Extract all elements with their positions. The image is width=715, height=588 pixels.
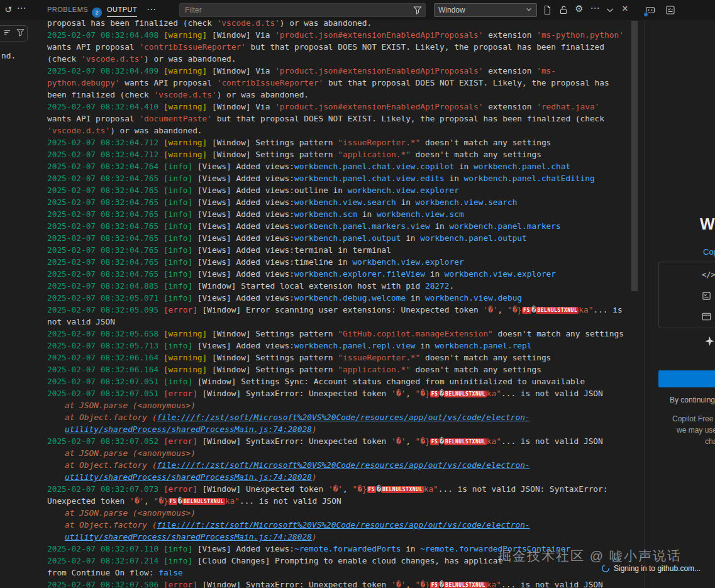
gear-icon[interactable]: ⚙ [574,4,584,14]
log-link[interactable]: workbench.panel.chat.view.edits [294,174,445,183]
log-text: [Window] Via [207,102,275,111]
log-link[interactable]: workbench.view.search [294,197,396,207]
log-link[interactable]: 28272 [425,281,450,291]
more-tabs-icon[interactable]: ⋯ [147,4,156,15]
panel-chevron-down-icon[interactable] [605,5,615,15]
log-line: at JSON.parse (<anonymous>) [47,507,624,519]
log-text: 'product.json#extensionEnabledApiProposa… [275,66,483,75]
output-channel-select[interactable]: Window [434,3,537,17]
log-line: at Object.factory (file:///f:/zst/soft/M… [47,459,624,483]
panel-header: ↺ ⋯ PROBLEMS2 OUTPUT ⋯ Window ⚙ ⋯ × [0,0,715,20]
log-text: [info] [164,556,192,565]
log-text: [warning] [164,150,207,159]
log-link[interactable]: ~remote.forwardedPortsContainer [420,544,570,553]
more-actions-icon[interactable]: ⋯ [590,3,600,13]
signin-primary-button[interactable] [658,370,715,387]
log-text: 2025-02-07 08:32:04.409 [47,66,164,75]
log-text: FS [430,391,440,397]
log-link[interactable]: workbench.panel.markers.view [294,221,430,231]
log-text: [Window] SyntaxError: Unexpected token [197,580,391,588]
log-text: � [439,436,444,446]
log-link[interactable]: workbench.explorer.fileView [294,269,425,279]
log-text: at JSON.parse (<anonymous>) [65,401,196,410]
checklist-icon[interactable] [665,5,675,15]
log-link[interactable]: workbench.panel.output [294,233,401,243]
filter-input[interactable] [180,4,411,16]
log-link[interactable]: workbench.panel.output [420,233,527,243]
log-text: , [498,305,507,314]
history-icon[interactable]: ↺ [3,4,13,14]
log-link[interactable]: workbench.panel.repl [435,341,531,350]
log-text: [Window] Settings pattern [207,150,338,159]
copilot-link[interactable]: Cop [703,247,715,257]
log-text: , [406,436,415,446]
filter-funnel-icon[interactable] [413,6,422,17]
log-text: [error] [164,580,197,588]
unlock-icon[interactable] [558,5,568,15]
tasklist-icon[interactable] [702,291,711,303]
log-text: in [445,174,464,183]
log-text: at JSON.parse (<anonymous>) [65,448,196,458]
log-text: [Window] Settings pattern [207,329,338,338]
log-link[interactable]: workbench.view.scm [377,209,464,219]
log-text: [warning] [164,365,207,374]
log-link[interactable]: workbench.view.explorer [352,257,463,267]
log-text: in [406,293,425,302]
log-text: ... is not valid JSON [501,389,603,398]
log-link[interactable]: workbench.debug.welcome [294,293,406,302]
log-text: [Views] Added views:timeline in [192,257,352,267]
log-text: doesn't match any settings [420,353,551,362]
log-text: "GitHub.copilot.manageExtension" [338,329,493,338]
log-text: [Window] SyntaxError: Unexpected token [197,436,391,446]
open-log-file-icon[interactable] [542,5,552,15]
log-link[interactable]: false [158,568,183,577]
funnel-icon[interactable] [16,28,25,39]
log-text: ... is not valid JSON [501,436,603,446]
log-line: 2025-02-07 08:32:04.765 [info] [Views] A… [47,208,624,220]
log-text: ka" [225,496,240,506]
copilot-icon[interactable] [645,5,655,15]
log-text: 2025-02-07 08:32:07.052 [47,436,164,446]
log-text: 'vscode.d.ts' [81,54,144,64]
log-link[interactable]: ~remote.forwardedPorts [294,544,401,553]
log-text: extension [483,102,536,111]
filter-list-icon[interactable] [3,28,11,39]
log-link[interactable]: workbench.view.debug [425,293,522,302]
log-text: wants API proposal [120,78,217,87]
log-line: 2025-02-07 08:32:07.214 [info] [Cloud Ch… [47,555,624,579]
log-link[interactable]: workbench.view.explorer [348,186,459,195]
log-text: � [531,305,536,314]
more-left-icon[interactable]: ⋯ [16,3,26,13]
log-text: [warning] [164,30,207,40]
log-link[interactable]: workbench.panel.markers [450,221,561,231]
log-line: 2025-02-07 08:32:04.765 [info] [Views] A… [47,172,624,184]
vertical-scrollbar[interactable] [631,21,638,291]
browser-window-icon[interactable] [702,312,711,324]
copilot-badge-dot [643,12,648,17]
log-text: extension [483,30,536,40]
log-text: [Views] Added views: [192,269,294,279]
log-text: ) [312,532,317,541]
log-link[interactable]: workbench.panel.repl.view [294,341,416,350]
copilot-panel: We Cop </> By continuing, Copilot Free a… [644,20,715,588]
log-text: [Views] Added views: [192,197,294,207]
log-link[interactable]: workbench.panel.chat [474,162,570,171]
chevron-down-icon [525,6,533,15]
log-text: 2025-02-07 08:32:04.765 [47,221,164,231]
log-text: 2025-02-07 08:32:05.658 [47,329,164,338]
log-link[interactable]: workbench.view.search [416,197,518,207]
tab-output[interactable]: OUTPUT [107,6,137,17]
log-link[interactable]: workbench.panel.chatEditing [464,174,595,183]
log-text: [warning] [164,102,207,111]
log-text: 2025-02-07 08:32:04.408 [47,30,164,40]
tab-problems[interactable]: PROBLEMS2 [47,6,102,18]
log-link[interactable]: workbench.scm [294,209,357,219]
log-text: at Object.factory ( [65,413,157,422]
code-icon[interactable]: </> [702,270,715,279]
log-text: [warning] [164,353,207,362]
log-text: BELNULSTXNUL [444,438,487,445]
log-link[interactable]: workbench.panel.chat.view.copilot [294,162,454,171]
log-link[interactable]: workbench.view.explorer [445,269,556,279]
close-panel-icon[interactable]: × [620,4,630,14]
log-line: at Object.factory (file:///f:/zst/soft/M… [47,411,624,435]
